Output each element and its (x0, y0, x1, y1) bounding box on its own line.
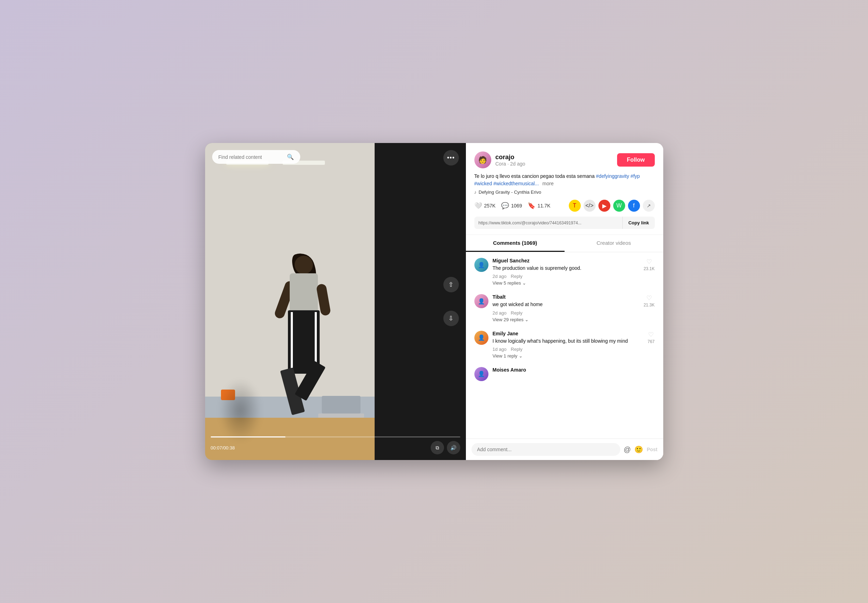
music-row: ♪ Defying Gravity - Cynthia Erivo (474, 190, 655, 195)
dancer-head (294, 256, 313, 274)
main-container: 🔍 ••• (205, 143, 663, 460)
comment-avatar: 👤 (474, 258, 488, 272)
copy-link-button[interactable]: Copy link (622, 216, 655, 229)
reply-button[interactable]: Reply (511, 274, 522, 279)
comment-body: Miguel Sanchez The production value is s… (493, 258, 640, 287)
comment-meta: 2d ago Reply (493, 274, 640, 279)
author-subtitle: Cora · 2d ago (496, 161, 525, 167)
comment-item: 👤 Emily Jane I know logically what's hap… (474, 331, 655, 360)
comment-author: Tibalt (493, 294, 640, 300)
share-icons-group: T </> ▶ W f ↗ (569, 200, 655, 212)
comment-text: I know logically what's happening, but i… (493, 337, 643, 345)
tab-creator-videos[interactable]: Creator videos (564, 235, 663, 252)
comment-meta: 2d ago Reply (493, 310, 640, 315)
reply-button[interactable]: Reply (511, 346, 522, 352)
like-count: 21.3K (643, 303, 654, 308)
comment-item: 👤 Moises Amaro (474, 367, 655, 381)
link-row: https://www.tiktok.com/@corajo/video/744… (474, 216, 655, 229)
comment-avatar: 👤 (474, 331, 488, 345)
share-whatsapp-button[interactable]: W (613, 200, 625, 212)
search-icon-button[interactable]: 🔍 (287, 153, 294, 160)
progress-bar-fill (211, 436, 285, 438)
share-screen-button[interactable]: ⧉ (431, 441, 444, 455)
comment-icon: 💬 (501, 202, 509, 210)
post-comment-button[interactable]: Post (647, 447, 657, 452)
nav-up-button[interactable]: ⇧ (443, 277, 459, 292)
comment-item: 👤 Tibalt we got wicked at home 2d ago Re… (474, 294, 655, 323)
comment-body: Emily Jane I know logically what's happe… (493, 331, 643, 360)
mention-button[interactable]: @ (624, 445, 631, 454)
comment-author: Moises Amaro (493, 367, 655, 373)
reply-button[interactable]: Reply (511, 310, 522, 315)
comment-body: Moises Amaro (493, 367, 655, 381)
dancer-body (290, 273, 318, 315)
search-bar: 🔍 (212, 150, 300, 164)
nav-down-button[interactable]: ⇩ (443, 311, 459, 326)
stats-row: 🤍 257K 💬 1069 🔖 11.7K T </> ▶ W f (474, 200, 655, 212)
like-heart-icon[interactable]: ♡ (646, 258, 652, 266)
video-panel: 🔍 ••• (205, 143, 466, 460)
comment-input[interactable] (471, 443, 620, 456)
post-url: https://www.tiktok.com/@corajo/video/744… (474, 217, 622, 229)
comment-like: ♡ 767 (647, 331, 654, 360)
share-forward-button[interactable]: ↗ (643, 200, 655, 212)
share-tiktok-button[interactable]: T (569, 200, 581, 212)
comment-time: 1d ago (493, 346, 507, 352)
avatar: 🧑 (474, 152, 491, 169)
comment-time: 2d ago (493, 274, 507, 279)
pants-stripe-left (291, 312, 293, 372)
video-timestamp: 00:07/00:38 (211, 445, 235, 450)
post-header: 🧑 corajo Cora · 2d ago Follow Te lo juro… (466, 143, 663, 235)
emoji-button[interactable]: 🙂 (634, 445, 643, 454)
volume-button[interactable]: 🔊 (447, 441, 460, 455)
heart-icon: 🤍 (474, 202, 482, 210)
tabs-row: Comments (1069) Creator videos (466, 235, 663, 252)
author-row: 🧑 corajo Cora · 2d ago Follow (474, 152, 655, 169)
comment-like: ♡ 21.3K (643, 294, 654, 323)
comment-input-row: @ 🙂 Post (466, 439, 663, 460)
share-red-button[interactable]: ▶ (598, 200, 611, 212)
search-input[interactable] (219, 154, 284, 160)
comment-like: ♡ 23.1K (643, 258, 654, 287)
like-heart-icon[interactable]: ♡ (648, 331, 654, 339)
likes-stat: 🤍 257K (474, 202, 496, 210)
info-panel: 🧑 corajo Cora · 2d ago Follow Te lo juro… (466, 143, 663, 460)
follow-button[interactable]: Follow (617, 153, 655, 167)
view-replies-button[interactable]: View 29 replies ⌄ (493, 315, 529, 324)
video-controls-row: 00:07/00:38 ⧉ 🔊 (211, 441, 460, 455)
comments-count: 1069 (511, 203, 522, 209)
more-options-button[interactable]: ••• (443, 150, 459, 165)
video-background (205, 143, 466, 460)
bookmarks-count: 11.7K (538, 203, 550, 209)
comment-author: Emily Jane (493, 331, 643, 336)
view-replies-button[interactable]: View 1 reply ⌄ (493, 352, 523, 360)
like-heart-icon[interactable]: ♡ (646, 294, 652, 302)
video-right-half (375, 143, 466, 460)
video-left-half (205, 143, 375, 460)
bookmarks-stat: 🔖 11.7K (527, 202, 550, 210)
comment-author: Miguel Sanchez (493, 258, 640, 263)
progress-bar-container[interactable] (211, 436, 460, 438)
like-count: 23.1K (643, 266, 654, 271)
comment-time: 2d ago (493, 310, 507, 315)
comments-section: 👤 Miguel Sanchez The production value is… (466, 252, 663, 439)
caption-more-button[interactable]: more (542, 181, 553, 186)
share-facebook-button[interactable]: f (628, 200, 640, 212)
bookmark-icon: 🔖 (527, 202, 535, 210)
share-embed-button[interactable]: </> (584, 200, 595, 212)
likes-count: 257K (484, 203, 496, 209)
comment-item: 👤 Miguel Sanchez The production value is… (474, 258, 655, 287)
video-control-buttons: ⧉ 🔊 (431, 441, 460, 455)
video-controls: 00:07/00:38 ⧉ 🔊 (205, 432, 466, 460)
comment-body: Tibalt we got wicked at home 2d ago Repl… (493, 294, 640, 323)
like-count: 767 (647, 339, 654, 344)
comment-meta: 1d ago Reply (493, 346, 643, 352)
tab-comments[interactable]: Comments (1069) (466, 235, 564, 252)
comment-text: The production value is supremely good. (493, 264, 640, 272)
comment-avatar: 👤 (474, 294, 488, 308)
music-icon: ♪ (474, 190, 477, 195)
comment-avatar: 👤 (474, 367, 488, 381)
post-caption: Te lo juro q llevo esta cancion pegao to… (474, 173, 655, 187)
music-label: Defying Gravity - Cynthia Erivo (479, 190, 541, 195)
view-replies-button[interactable]: View 5 replies ⌄ (493, 279, 527, 287)
